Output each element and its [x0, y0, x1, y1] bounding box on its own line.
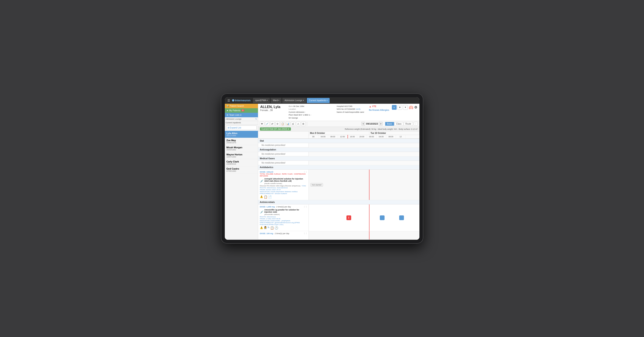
born-label: Born [289, 105, 293, 107]
hospital-id: M227395 [344, 105, 352, 107]
syringe-icon-button[interactable]: 💉 [265, 122, 269, 126]
med-action-icons: ⚠️ 📋 📄 [260, 195, 307, 199]
vte-badge: ▲ VTE [369, 105, 376, 108]
day1-header: Mon 9 October [309, 131, 369, 135]
alert-button[interactable]: ⚠ [296, 122, 300, 126]
settings-icon[interactable]: ⚙ [414, 105, 417, 109]
view-basic-tab[interactable]: Basic [385, 122, 394, 126]
view-route-tab[interactable]: Route [404, 122, 413, 126]
tab-admission-lounge[interactable]: Admission Lounge ▾ [282, 98, 306, 103]
grid-icon[interactable]: ⋮⋮ [304, 232, 307, 235]
pending-icon[interactable]: 🕐 [274, 226, 278, 230]
visit-selector[interactable]: Current Visit (07-Jan-2022) ▾ [260, 127, 291, 131]
amoxicillin-row[interactable]: DOSE: 1,000 mg · 2 time(s) per day ⋮⋮ 💉 … [258, 204, 420, 231]
patient-name: Wayne Horton [226, 153, 256, 156]
refresh-icon[interactable]: ↻ [255, 118, 257, 120]
tab-openepma[interactable]: openEPMA ▾ [253, 98, 270, 103]
amoxicillin-info: DOSE: 1,000 mg · 2 time(s) per day ⋮⋮ 💉 … [258, 204, 309, 231]
my-patients-button[interactable]: ★ My Patients 0 [225, 108, 258, 113]
more-button[interactable]: ⊞ [301, 122, 306, 126]
patient-born: 06 Dec 1984 [293, 105, 304, 107]
lungs-icon: 🫁 [409, 105, 414, 110]
grid-icon[interactable]: ⋮⋮ [304, 206, 307, 208]
antidiabetics-section: Antidiabetics DOSE: 100unit TOTAL VOLUME… [258, 165, 420, 200]
time-1200: 12:00 [338, 135, 348, 138]
content-area: ALLEN, Lyla Female , 38 Born 06 Dec 1984… [258, 104, 420, 240]
patient-item-ged-castro[interactable]: Ged Castro 07/05/1983 [225, 166, 258, 173]
stat-no-meds-col: No medicines prescribed [258, 143, 309, 147]
dose-given-icon[interactable] [399, 215, 404, 220]
patient-name-section: ALLEN, Lyla Female , 38 [260, 105, 286, 111]
tab-current-inpatients[interactable]: Current Inpatients ▾ [307, 98, 330, 103]
tab-ward[interactable]: Ward ▾ [271, 98, 282, 103]
chevron-down-icon: ▾ [278, 99, 279, 101]
date-prev-button[interactable]: < [361, 122, 365, 126]
dose-given-icon[interactable] [380, 215, 384, 220]
patient-item-carly-clark[interactable]: Carly Clark 23/08/2016 [225, 159, 258, 166]
add-prescription-button[interactable]: ✚ [260, 122, 264, 126]
patient-search-button[interactable]: 🔍 Patient Search [225, 104, 258, 108]
warning-icon[interactable]: ⚠️ [260, 226, 263, 230]
patient-item-wayne-horton[interactable]: Wayne Horton 10/07/1950 [225, 152, 258, 159]
chart-button[interactable]: 📊 [286, 122, 290, 126]
notes-icon[interactable]: 📋 [270, 226, 274, 230]
med-col-header [258, 131, 309, 138]
top-navigation: ☰ ⬟ Interneuron openEPMA ▾ Ward ▾ Admiss… [225, 97, 420, 104]
chevron-down-icon: ▾ [240, 114, 241, 116]
star-icon: ★ [226, 109, 228, 112]
date-next-button[interactable]: > [379, 122, 382, 126]
discontinue-button[interactable]: ⊘ [276, 122, 280, 126]
anticoagulation-no-meds: No medicines prescribed [258, 152, 308, 156]
list-view-button[interactable]: ≡ [392, 105, 396, 110]
patient-doctor: Mr George [289, 117, 334, 120]
patient-item-zoe-may[interactable]: Zoe May 24/05/1976 [225, 138, 258, 145]
stat-no-meds-row: No medicines prescribed [258, 143, 420, 148]
amox-drug: Amoxicillin 1g powder for solution for i… [264, 209, 307, 213]
carer-label: Name of main/responsible carer [337, 111, 364, 114]
time-00: 00 [309, 135, 318, 138]
anticoagulation-section-header: Anticoagulation [258, 148, 420, 152]
patient-dob: 10/07/1950 [226, 156, 256, 158]
patient-item-micah-morgan[interactable]: Micah Morgan 25/03/1962 [225, 145, 258, 152]
medical-gases-no-meds-row: No medicines prescribed [258, 161, 420, 165]
nurse-icon[interactable]: 👩‍⚕️ [264, 226, 267, 230]
expand-list-button[interactable]: ⊞ Expand List [226, 125, 257, 130]
dose-alert-icon[interactable]: ! [346, 215, 351, 220]
patient-dob: 25/03/1962 [226, 149, 256, 151]
expand-button[interactable]: ▾ [403, 105, 408, 110]
red-dose-marker[interactable]: ! [346, 215, 351, 220]
day2-header: Tue 10 October [369, 131, 420, 135]
location-label: Location [289, 108, 296, 110]
second-antimicrobial-row[interactable]: DOSE: 100 mg · 2 time(s) per day ⋮⋮ [258, 231, 420, 240]
warning-icon[interactable]: ⚠️ [260, 195, 263, 199]
antidiabetics-med-row[interactable]: DOSE: 100unit TOTAL VOLUME: 5,001ml · RA… [258, 170, 420, 200]
anticoagulation-no-meds-col: No medicines prescribed [258, 152, 309, 156]
star-button[interactable]: ★ [398, 105, 402, 110]
screen: ☰ ⬟ Interneuron openEPMA ▾ Ward ▾ Admiss… [225, 97, 420, 240]
team-lists-button[interactable]: ☰ Team Lists ▾ [225, 113, 258, 117]
transfer-button[interactable]: ⇄ [270, 122, 274, 126]
blue-dose-marker-1[interactable] [380, 215, 384, 220]
verify-link[interactable]: Verify [356, 108, 361, 110]
view-menu-button[interactable]: ⋮ [414, 122, 418, 126]
current-date: 09/10/2023 [366, 122, 378, 125]
print-button[interactable]: 🖨 [291, 122, 295, 126]
grid-icon[interactable]: ⋮⋮ [304, 171, 307, 173]
copy-icon[interactable]: 📄 [268, 195, 272, 199]
patient-gender-age: Female , 38 [260, 109, 286, 111]
patient-id-section: Hospital M227395 NHS No 2272264395 Verif… [337, 105, 364, 114]
toolbar: ✚ 💉 ⇄ ⊘ 📋 📊 🖨 ⚠ ⊞ < 09/10/2023 > [258, 121, 420, 127]
sidebar-nav-section: Admission Lounge ↻ [225, 117, 258, 121]
view-class-tab[interactable]: Class [394, 122, 403, 126]
time-0400: 04:00 [318, 135, 328, 138]
hamburger-icon[interactable]: ☰ [226, 98, 231, 103]
weight-info: Reference weight (Estimated): 50 kg · Id… [345, 128, 418, 130]
patient-item-lyla-allen[interactable]: Lyla Allen 06/12/1984 [225, 131, 258, 138]
patient-name: Ged Castro [226, 167, 256, 170]
patient-location: Current Admission : [289, 111, 334, 114]
notes-icon[interactable]: 📋 [264, 195, 268, 199]
rx-icon[interactable]: ℞ [268, 226, 270, 230]
patient-name: Lyla Allen [226, 132, 256, 134]
clipboard-button[interactable]: 📋 [280, 122, 285, 126]
blue-dose-marker-2[interactable] [399, 215, 404, 220]
